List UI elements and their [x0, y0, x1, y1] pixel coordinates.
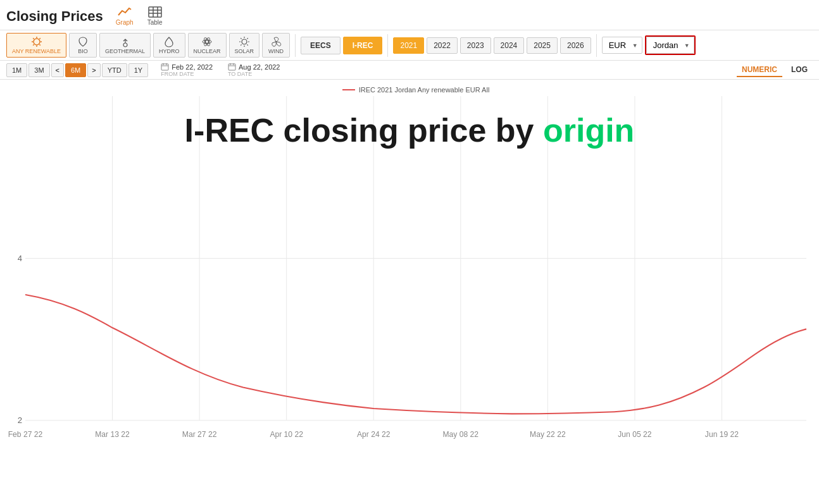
energy-btn-label: HYDRO	[159, 48, 180, 54]
legend-line	[342, 89, 355, 90]
time-btn-1y[interactable]: 1Y	[128, 63, 148, 77]
currency-selector-wrapper[interactable]: EUR USD GBP	[602, 37, 642, 54]
cert-btn-eecs[interactable]: EECS	[301, 37, 341, 54]
time-range-buttons: 1M 3M < 6M > YTD 1Y	[6, 63, 148, 77]
from-date-value[interactable]: Feb 22, 2022	[161, 63, 213, 71]
year-btn-2026[interactable]: 2026	[560, 37, 591, 54]
from-date-picker[interactable]: Feb 22, 2022 FROM DATE	[161, 63, 213, 77]
calendar-icon	[161, 63, 169, 71]
svg-rect-16	[228, 64, 235, 70]
divider-1	[295, 34, 296, 57]
table-view-button[interactable]: Table	[144, 5, 166, 27]
app-title: Closing Prices	[6, 8, 103, 25]
prev-arrow[interactable]: <	[51, 63, 64, 77]
energy-btn-label: SOLAR	[235, 48, 254, 54]
energy-btn-nuclear[interactable]: NUCLEAR	[188, 33, 227, 58]
toolbar-row2: 1M 3M < 6M > YTD 1Y Feb 22, 2022 FROM DA…	[0, 61, 819, 80]
svg-point-7	[206, 40, 209, 44]
svg-text:2: 2	[18, 415, 22, 425]
chart-container: IREC 2021 Jordan Any renewable EUR All I…	[0, 80, 819, 495]
energy-btn-geothermal[interactable]: GEOTHERMAL	[99, 33, 151, 58]
time-btn-6m[interactable]: 6M	[65, 63, 86, 77]
energy-btn-label: NUCLEAR	[194, 48, 221, 54]
svg-text:Apr 10 22: Apr 10 22	[270, 430, 303, 439]
graph-label: Graph	[116, 19, 134, 26]
chart-legend: IREC 2021 Jordan Any renewable EUR All	[25, 86, 806, 94]
next-arrow[interactable]: >	[87, 63, 100, 77]
energy-btn-wind[interactable]: WIND	[262, 33, 290, 58]
scale-btn-log[interactable]: LOG	[786, 63, 813, 77]
toolbar: ANY RENEWABLE BIO GEOTHERMAL HYDRO NUCLE…	[0, 30, 819, 61]
svg-rect-12	[161, 64, 168, 70]
energy-btn-hydro[interactable]: HYDRO	[153, 33, 185, 58]
svg-text:Apr 24 22: Apr 24 22	[357, 430, 391, 439]
time-btn-1m[interactable]: 1M	[6, 63, 27, 77]
year-btn-2025[interactable]: 2025	[527, 37, 558, 54]
svg-text:Feb 27 22: Feb 27 22	[8, 430, 43, 439]
scale-btn-numeric[interactable]: NUMERIC	[737, 63, 782, 77]
year-btn-2024[interactable]: 2024	[494, 37, 525, 54]
svg-text:Jun 05 22: Jun 05 22	[618, 430, 651, 439]
price-chart: 2 4 Feb 27 22 Mar 13 22 Mar 27 22 Apr 10…	[25, 96, 806, 480]
graph-view-button[interactable]: Graph	[112, 5, 137, 27]
svg-point-5	[34, 39, 40, 45]
to-date-picker[interactable]: Aug 22, 2022 TO DATE	[228, 63, 280, 77]
scale-buttons: NUMERIC LOG	[737, 63, 813, 77]
svg-point-6	[123, 43, 127, 47]
time-btn-3m[interactable]: 3M	[28, 63, 49, 77]
energy-btn-bio[interactable]: BIO	[69, 33, 97, 58]
svg-text:May 22 22: May 22 22	[530, 430, 566, 439]
svg-rect-0	[149, 7, 161, 17]
country-selector-wrapper[interactable]: Jordan Brazil India UAE Turkey	[645, 35, 696, 55]
time-btn-ytd[interactable]: YTD	[102, 63, 127, 77]
divider-2	[387, 34, 388, 57]
svg-text:Mar 27 22: Mar 27 22	[182, 430, 217, 439]
svg-point-11	[242, 39, 247, 44]
svg-text:May 08 22: May 08 22	[443, 430, 479, 439]
year-btn-2021[interactable]: 2021	[393, 37, 424, 54]
calendar-icon-2	[228, 63, 236, 71]
cert-btn-irec[interactable]: I-REC	[343, 37, 383, 54]
divider-3	[596, 34, 597, 57]
energy-btn-label: GEOTHERMAL	[105, 48, 145, 54]
currency-select[interactable]: EUR USD GBP	[602, 37, 642, 54]
header: Closing Prices Graph Table	[0, 0, 819, 30]
energy-btn-label: ANY RENEWABLE	[12, 48, 61, 54]
energy-btn-solar[interactable]: SOLAR	[229, 33, 260, 58]
legend-text: IREC 2021 Jordan Any renewable EUR All	[359, 86, 490, 94]
country-select[interactable]: Jordan Brazil India UAE Turkey	[646, 37, 694, 54]
year-btn-2022[interactable]: 2022	[427, 37, 458, 54]
year-btn-2023[interactable]: 2023	[460, 37, 491, 54]
energy-btn-label: WIND	[268, 48, 284, 54]
energy-btn-label: BIO	[78, 48, 88, 54]
table-label: Table	[147, 19, 163, 26]
svg-text:Mar 13 22: Mar 13 22	[95, 430, 130, 439]
svg-text:4: 4	[18, 253, 23, 262]
energy-btn-any-renewable[interactable]: ANY RENEWABLE	[6, 33, 66, 58]
to-date-value[interactable]: Aug 22, 2022	[228, 63, 280, 71]
svg-text:Jun 19 22: Jun 19 22	[705, 430, 739, 439]
